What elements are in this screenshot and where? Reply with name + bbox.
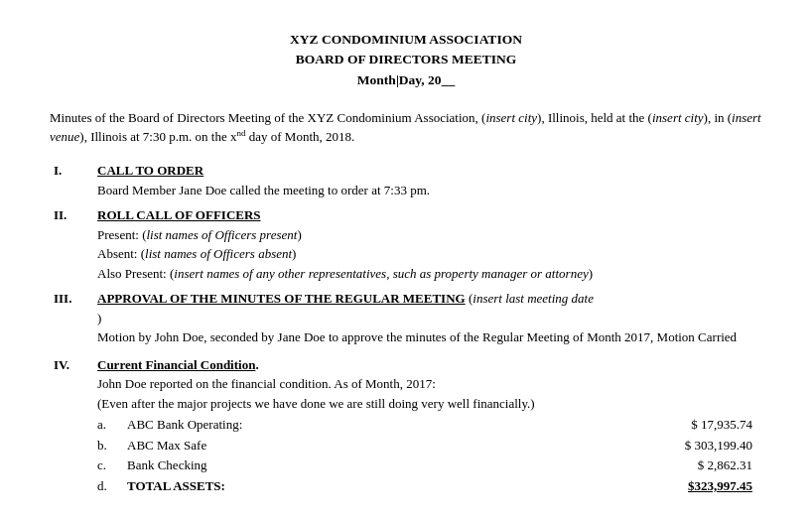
fi-amount-b: $ 303,199.40 xyxy=(643,436,762,456)
section-ii-number: II. xyxy=(50,205,97,283)
intro-insert-city2: insert city xyxy=(652,110,704,125)
header-line3: Month|Day, 20__ xyxy=(50,70,762,90)
fi-letter-b: b. xyxy=(97,436,127,456)
section-ii-absent-end: ) xyxy=(292,246,296,261)
section-ii-present-italic: list names of Officers present xyxy=(146,227,297,242)
fi-desc-d: TOTAL ASSETS: xyxy=(127,476,643,496)
fi-letter-d: d. xyxy=(97,476,127,496)
header-line1: XYZ CONDOMINIUM ASSOCIATION xyxy=(50,30,762,50)
section-ii: II. ROLL CALL OF OFFICERS Present: (list… xyxy=(50,205,762,283)
section-ii-present-end: ) xyxy=(297,227,301,242)
section-iii-insert-italic: insert last meeting date xyxy=(473,291,594,306)
section-i-body: Board Member Jane Doe called the meeting… xyxy=(97,183,430,197)
fi-amount-d: $323,997.45 xyxy=(643,476,762,496)
intro-text2: ), Illinois, held at the ( xyxy=(537,110,652,125)
section-iv-period: . xyxy=(255,357,258,372)
header-line2: BOARD OF DIRECTORS MEETING xyxy=(50,50,762,69)
intro-paragraph: Minutes of the Board of Directors Meetin… xyxy=(50,108,762,147)
financial-item-a: a. ABC Bank Operating: $ 17,935.74 xyxy=(97,415,762,435)
header-day: Day, 20 xyxy=(399,72,442,87)
section-iii-heading: APPROVAL OF THE MINUTES OF THE REGULAR M… xyxy=(97,291,466,306)
section-iii-number: III. xyxy=(50,289,97,347)
section-iv: IV. Current Financial Condition. John Do… xyxy=(50,355,762,497)
financial-item-b: b. ABC Max Safe $ 303,199.40 xyxy=(97,436,762,456)
section-iii: III. APPROVAL OF THE MINUTES OF THE REGU… xyxy=(50,289,762,347)
section-iv-heading: Current Financial Condition xyxy=(97,357,255,372)
fi-amount-c: $ 2,862.31 xyxy=(643,456,762,475)
section-ii-present-label: Present: ( xyxy=(97,227,146,242)
section-iv-number: IV. xyxy=(50,355,97,497)
section-ii-heading: ROLL CALL OF OFFICERS xyxy=(97,207,261,222)
section-iv-content: Current Financial Condition. John Doe re… xyxy=(97,355,762,497)
section-ii-absent-italic: list names of Officers absent xyxy=(145,246,292,261)
section-ii-also-label: Also Present: ( xyxy=(97,266,174,281)
fi-letter-a: a. xyxy=(97,415,127,435)
section-ii-content: ROLL CALL OF OFFICERS Present: (list nam… xyxy=(97,205,762,283)
financial-item-c: c. Bank Checking $ 2,862.31 xyxy=(97,456,762,475)
fi-amount-a: $ 17,935.74 xyxy=(643,415,762,435)
section-ii-absent-label: Absent: ( xyxy=(97,246,145,261)
fi-letter-c: c. xyxy=(97,456,127,475)
intro-text4: ), Illinois at 7:30 p.m. on the x xyxy=(79,130,236,145)
header-year-blank: __ xyxy=(442,72,456,87)
financial-item-d: d. TOTAL ASSETS: $323,997.45 xyxy=(97,476,762,496)
section-i-content: CALL TO ORDER Board Member Jane Doe call… xyxy=(97,161,762,199)
section-iv-intro1: John Doe reported on the financial condi… xyxy=(97,376,436,391)
section-iii-body: Motion by John Doe, seconded by Jane Doe… xyxy=(97,329,737,344)
section-iv-intro2: (Even after the major projects we have d… xyxy=(97,396,535,411)
intro-text3: ), in ( xyxy=(704,110,733,125)
fi-desc-b: ABC Max Safe xyxy=(127,436,643,456)
section-ii-also-end: ) xyxy=(589,266,593,281)
financial-list: a. ABC Bank Operating: $ 17,935.74 b. AB… xyxy=(97,415,762,495)
section-ii-also-italic: insert names of any other representative… xyxy=(174,266,588,281)
section-i: I. CALL TO ORDER Board Member Jane Doe c… xyxy=(50,161,762,199)
section-iii-content: APPROVAL OF THE MINUTES OF THE REGULAR M… xyxy=(97,289,762,347)
intro-text5: day of Month, 2018. xyxy=(245,130,354,145)
fi-desc-a: ABC Bank Operating: xyxy=(127,415,643,435)
document-header: XYZ CONDOMINIUM ASSOCIATION BOARD OF DIR… xyxy=(50,30,762,90)
intro-text1: Minutes of the Board of Directors Meetin… xyxy=(50,110,485,125)
intro-insert-city1: insert city xyxy=(485,110,537,125)
header-month: Month xyxy=(357,72,396,87)
section-i-number: I. xyxy=(50,161,97,199)
sections-container: I. CALL TO ORDER Board Member Jane Doe c… xyxy=(50,161,762,496)
page: XYZ CONDOMINIUM ASSOCIATION BOARD OF DIR… xyxy=(0,0,812,521)
section-iii-insert-end: ) xyxy=(97,311,101,326)
fi-desc-c: Bank Checking xyxy=(127,456,643,475)
section-i-heading: CALL TO ORDER xyxy=(97,163,203,178)
